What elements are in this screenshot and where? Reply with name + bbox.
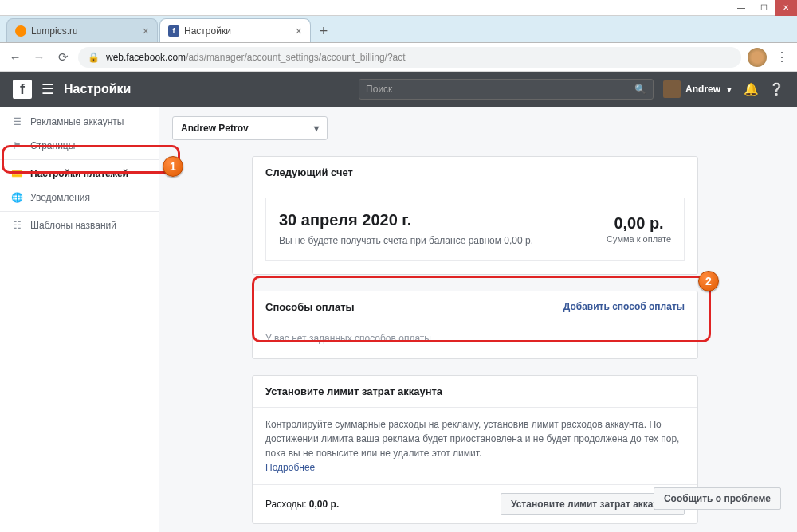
main: Andrew Petrov ▾ Следующий счет 30 апреля… <box>159 107 797 532</box>
bill-right: 0,00 р. Сумма к оплате <box>607 211 671 248</box>
bill-amount: 0,00 р. <box>607 214 671 233</box>
payment-methods-card: Способы оплаты Добавить способ оплаты У … <box>252 291 698 359</box>
sidebar-item-pages[interactable]: ⚑ Страницы <box>0 134 159 158</box>
content-area: ☰ Рекламные аккаунты ⚑ Страницы 💳 Настро… <box>0 107 797 532</box>
card-header: Следующий счет <box>253 157 697 188</box>
spend-limit-card: Установите лимит затрат аккаунта Контрол… <box>252 375 698 524</box>
close-window-button[interactable]: ✕ <box>775 0 797 16</box>
globe-icon: 🌐 <box>11 192 22 203</box>
bill-amount-label: Сумма к оплате <box>607 234 671 244</box>
search-icon: 🔍 <box>634 84 646 95</box>
bill-date: 30 апреля 2020 г. <box>279 211 587 229</box>
chevron-down-icon: ▾ <box>314 123 319 134</box>
report-problem-button[interactable]: Сообщить о проблеме <box>654 487 781 510</box>
close-icon[interactable]: × <box>296 25 302 37</box>
next-bill-box: 30 апреля 2020 г. Вы не будете получать … <box>265 198 685 261</box>
empty-state: У вас нет заданных способов оплаты. <box>253 323 697 358</box>
card-header: Установите лимит затрат аккаунта <box>253 376 697 407</box>
sidebar-item-name-templates[interactable]: ☷ Шаблоны названий <box>0 213 159 237</box>
accounts-icon: ☰ <box>11 116 22 127</box>
header-text: Следующий счет <box>265 166 353 178</box>
sidebar-item-ad-accounts[interactable]: ☰ Рекламные аккаунты <box>0 110 159 134</box>
tab-strip: Lumpics.ru × f Настройки × + <box>0 16 797 43</box>
header-text: Установите лимит затрат аккаунта <box>265 385 442 397</box>
sidebar-item-label: Шаблоны названий <box>30 220 116 231</box>
limit-description: Контролируйте суммарные расходы на рекла… <box>253 408 697 484</box>
search-placeholder: Поиск <box>366 84 392 95</box>
reload-button[interactable]: ⟳ <box>54 49 72 66</box>
card-header: Способы оплаты Добавить способ оплаты <box>253 291 697 323</box>
new-tab-button[interactable]: + <box>312 20 335 42</box>
sidebar-item-label: Уведомления <box>30 192 90 203</box>
maximize-button[interactable]: ☐ <box>752 0 775 16</box>
address-bar-row: ← → ⟳ 🔒 web.facebook.com/ads/manager/acc… <box>0 43 797 72</box>
notifications-icon[interactable]: 🔔 <box>743 82 759 96</box>
search-input[interactable]: Поиск 🔍 <box>359 79 654 100</box>
tab-label: Настройки <box>184 25 291 37</box>
bill-note: Вы не будете получать счета при балансе … <box>279 234 587 248</box>
fb-topbar: f ☰ Настройки Поиск 🔍 Andrew ▼ 🔔 ❔ <box>0 72 797 107</box>
sidebar-item-label: Страницы <box>30 140 75 151</box>
lock-icon: 🔒 <box>88 52 100 63</box>
menu-button[interactable]: ⋮ <box>773 49 791 65</box>
user-menu[interactable]: Andrew ▼ <box>663 80 733 98</box>
url-text: web.facebook.com/ads/manager/account_set… <box>106 52 732 63</box>
divider <box>0 211 159 212</box>
tab-lumpics[interactable]: Lumpics.ru × <box>6 18 158 42</box>
user-name: Andrew <box>685 84 720 95</box>
page-title: Настройки <box>64 82 131 96</box>
limit-footer: Расходы: 0,00 р. Установите лимит затрат… <box>253 484 697 523</box>
account-name: Andrew Petrov <box>181 123 249 134</box>
spend-value: Расходы: 0,00 р. <box>265 499 339 510</box>
sidebar-item-payment-settings[interactable]: 💳 Настройки платежей <box>0 162 159 186</box>
add-payment-method-link[interactable]: Добавить способ оплаты <box>563 301 685 312</box>
annotation-badge-2: 2 <box>698 271 719 291</box>
favicon-icon: f <box>168 25 179 37</box>
fb-logo-icon[interactable]: f <box>13 80 32 99</box>
sidebar-item-label: Настройки платежей <box>30 168 128 179</box>
url-bar[interactable]: 🔒 web.facebook.com/ads/manager/account_s… <box>78 47 741 68</box>
window-controls: — ☐ ✕ <box>0 0 797 16</box>
tab-settings[interactable]: f Настройки × <box>159 18 311 42</box>
divider <box>0 159 159 160</box>
sidebar: ☰ Рекламные аккаунты ⚑ Страницы 💳 Настро… <box>0 107 159 532</box>
help-icon[interactable]: ❔ <box>768 82 784 96</box>
sidebar-item-notifications[interactable]: 🌐 Уведомления <box>0 186 159 209</box>
forward-button[interactable]: → <box>30 49 48 66</box>
next-bill-card: Следующий счет 30 апреля 2020 г. Вы не б… <box>252 156 698 275</box>
browser-window: — ☐ ✕ Lumpics.ru × f Настройки × + ← → ⟳… <box>0 0 797 532</box>
account-selector[interactable]: Andrew Petrov ▾ <box>172 116 328 140</box>
desc-text: Контролируйте суммарные расходы на рекла… <box>265 419 679 459</box>
flag-icon: ⚑ <box>11 140 22 151</box>
close-icon[interactable]: × <box>143 25 149 37</box>
card-icon: 💳 <box>11 168 22 179</box>
template-icon: ☷ <box>11 220 22 231</box>
bill-left: 30 апреля 2020 г. Вы не будете получать … <box>279 211 587 248</box>
tab-label: Lumpics.ru <box>31 25 138 37</box>
favicon-icon <box>15 25 26 37</box>
sidebar-item-label: Рекламные аккаунты <box>30 116 124 127</box>
annotation-badge-1: 1 <box>163 156 183 177</box>
avatar <box>663 80 681 98</box>
profile-avatar[interactable] <box>748 48 767 67</box>
chevron-down-icon: ▼ <box>725 85 733 94</box>
minimize-button[interactable]: — <box>730 0 752 16</box>
learn-more-link[interactable]: Подробнее <box>265 462 315 473</box>
hamburger-icon[interactable]: ☰ <box>41 80 54 98</box>
header-text: Способы оплаты <box>265 301 355 313</box>
back-button[interactable]: ← <box>6 49 24 66</box>
